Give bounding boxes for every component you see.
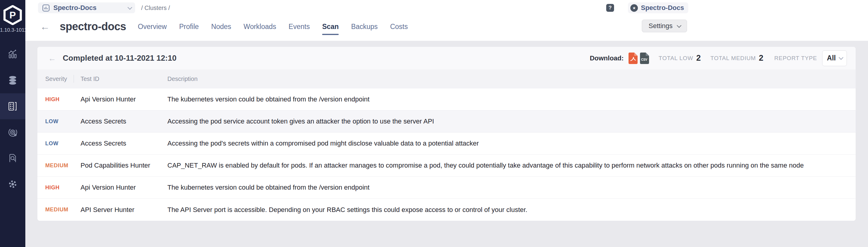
sidebar-item-stats[interactable] [0,42,25,67]
settings-label: Settings [649,22,673,30]
description-cell: Accessing the pod's secrets within a com… [167,139,856,147]
tabs: OverviewProfileNodesWorkloadsEventsScanB… [138,16,408,37]
total-label: TOTAL MEDIUM [710,55,756,62]
tab-workloads[interactable]: Workloads [244,16,276,37]
tab-overview[interactable]: Overview [138,16,167,37]
severity-badge: MEDIUM [45,162,68,168]
main-area: Spectro-Docs / Clusters / ? ★ Spectro-Do… [25,0,868,247]
test-id-cell: Access Secrets [81,117,167,125]
table-row: HIGH Api Version Hunter The kubernetes v… [37,176,856,199]
app-root: P 1.10.3-101121 [0,0,868,247]
totals-group: TOTAL LOW 2 TOTAL MEDIUM 2 [649,53,763,63]
tab-scan[interactable]: Scan [322,16,339,37]
report-type-value: All [827,54,836,62]
report-type-select[interactable]: All [822,50,847,66]
content-area: ← Completed at 10-11-2021 12:10 Download… [25,41,868,247]
test-id-cell: API Server Hunter [81,206,167,214]
severity-badge: LOW [45,140,59,146]
total-stat: TOTAL MEDIUM 2 [710,53,763,63]
audit-logs-icon [7,153,18,164]
report-title: Completed at 10-11-2021 12:10 [63,53,177,63]
tab-backups[interactable]: Backups [351,16,378,37]
settings-button[interactable]: Settings [642,20,687,32]
total-value: 2 [696,53,701,63]
column-test-id: Test ID [81,76,167,82]
table-row: LOW Access Secrets Accessing the pod ser… [37,111,856,133]
profiles-stack-icon [7,75,19,86]
chevron-down-icon [128,5,132,10]
svg-text:CSV: CSV [641,58,648,61]
sidebar-item-profiles[interactable] [0,67,25,93]
table-body: HIGH Api Version Hunter The kubernetes v… [37,88,856,221]
table-header: Severity Test ID Description [37,70,856,88]
help-icon[interactable]: ? [606,4,614,12]
test-id-cell: Api Version Hunter [81,95,167,103]
table-row: LOW Access Secrets Accessing the pod's s… [37,133,856,155]
severity-badge: HIGH [45,185,59,191]
page-header: Spectro-Docs / Clusters / ? ★ Spectro-Do… [25,0,868,41]
spectro-cloud-logo-icon: P [2,4,23,26]
star-icon: ★ [630,4,638,12]
sidebar-item-settings[interactable] [0,171,25,197]
table-row: HIGH Api Version Hunter The kubernetes v… [37,88,856,111]
severity-badge: MEDIUM [45,207,68,213]
sidebar-nav [0,42,25,197]
description-cell: The API Server port is accessible. Depen… [167,206,856,214]
account-name: Spectro-Docs [641,4,684,12]
total-value: 2 [759,53,763,63]
report-back-arrow-icon[interactable]: ← [48,54,56,62]
test-id-cell: Pod Capabilities Hunter [81,162,167,169]
sidebar-item-clusters[interactable] [0,93,25,119]
bar-chart-icon [42,4,50,12]
sidebar: P 1.10.3-101121 [0,0,25,247]
download-csv-icon[interactable]: CSV [640,53,649,64]
topbar-right: ? ★ Spectro-Docs [606,2,688,13]
version-label: 1.10.3-101121 [0,27,25,33]
sidebar-item-workspaces[interactable] [0,119,25,145]
tab-costs[interactable]: Costs [390,16,408,37]
download-label: Download: [590,54,623,62]
chevron-down-icon [677,23,682,28]
severity-badge: HIGH [45,96,59,102]
total-label: TOTAL LOW [659,55,693,62]
description-cell: Accessing the pod service account token … [167,117,856,125]
test-id-cell: Access Secrets [81,139,167,147]
total-stat: TOTAL LOW 2 [659,53,701,63]
topbar: Spectro-Docs / Clusters / ? ★ Spectro-Do… [25,0,868,16]
description-cell: The kubernetes version could be obtained… [167,95,856,103]
tab-nodes[interactable]: Nodes [211,16,231,37]
sidebar-item-audit-logs[interactable] [0,145,25,171]
column-severity: Severity [37,76,81,82]
breadcrumb[interactable]: / Clusters / [141,4,170,11]
scan-report-card: ← Completed at 10-11-2021 12:10 Download… [37,47,856,221]
project-selector[interactable]: Spectro-Docs [38,2,135,13]
stats-icon [7,49,18,60]
cluster-header: ← spectro-docs OverviewProfileNodesWorkl… [25,16,868,37]
severity-badge: LOW [45,118,59,125]
svg-text:P: P [9,10,16,21]
cluster-title: spectro-docs [60,20,126,33]
clusters-icon [7,101,19,112]
chevron-down-icon [839,55,843,60]
account-menu[interactable]: ★ Spectro-Docs [628,2,688,13]
report-toolbar: Download: CSV TOTAL LOW 2 TOTAL [590,47,847,70]
table-row: MEDIUM API Server Hunter The API Server … [37,199,856,221]
back-arrow-icon[interactable]: ← [40,22,50,31]
description-cell: CAP_NET_RAW is enabled by default for po… [167,162,856,169]
scan-report-header: ← Completed at 10-11-2021 12:10 Download… [37,47,856,70]
settings-gear-icon [7,179,18,190]
test-id-cell: Api Version Hunter [81,184,167,191]
download-pdf-icon[interactable] [628,53,638,64]
tab-events[interactable]: Events [289,16,310,37]
project-name: Spectro-Docs [53,4,128,12]
workspaces-orbit-icon [7,127,19,138]
column-description: Description [167,76,856,82]
tab-profile[interactable]: Profile [179,16,199,37]
report-type-label: REPORT TYPE [774,55,817,62]
table-row: MEDIUM Pod Capabilities Hunter CAP_NET_R… [37,155,856,176]
description-cell: The kubernetes version could be obtained… [167,184,856,191]
